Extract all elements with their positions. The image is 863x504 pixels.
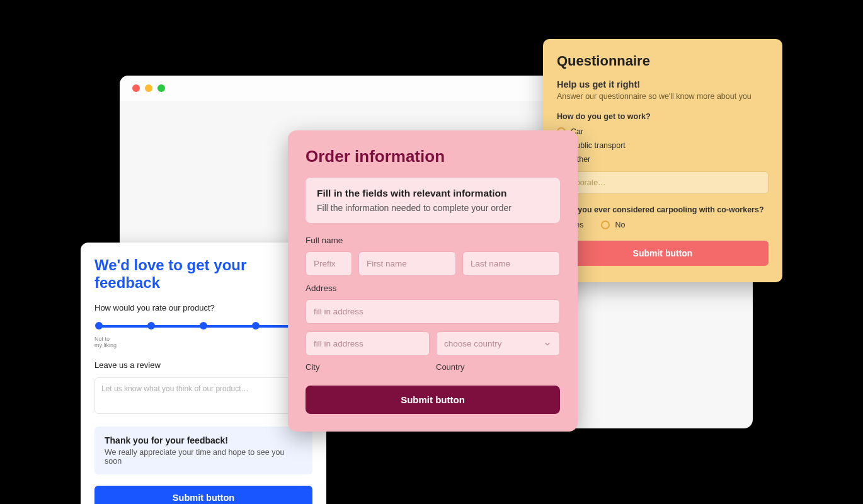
prefix-input[interactable] <box>306 251 352 276</box>
questionnaire-submit-button[interactable]: Submit button <box>557 241 769 266</box>
question-1-options: Car Public transport Other <box>557 127 769 164</box>
address-input[interactable] <box>306 299 560 324</box>
firstname-input[interactable] <box>358 251 456 276</box>
traffic-light-yellow[interactable] <box>145 84 152 92</box>
order-card: Order information Fill in the fields wit… <box>288 130 578 432</box>
questionnaire-subtitle: Help us get it right! <box>557 79 769 89</box>
question-2-label: Have you ever considered carpooling with… <box>557 205 769 214</box>
elaborate-input[interactable] <box>557 171 769 194</box>
country-sublabel: Country <box>436 362 560 372</box>
review-textarea[interactable] <box>94 377 312 414</box>
radio-icon <box>601 220 610 229</box>
option-public-transport[interactable]: Public transport <box>557 141 769 150</box>
city-input[interactable] <box>306 331 430 356</box>
order-info-subtitle: Fill the information needed to complete … <box>317 203 549 213</box>
option-car[interactable]: Car <box>557 127 769 136</box>
order-info-title: Fill in the fields with relevant informa… <box>317 188 549 199</box>
slider-low-caption: Not to my liking <box>94 336 123 349</box>
rating-slider[interactable] <box>94 320 312 333</box>
questionnaire-card: Questionnaire Help us get it right! Answ… <box>543 39 782 282</box>
thank-you-title: Thank you for your feedback! <box>105 435 302 445</box>
review-label: Leave us a review <box>94 360 312 370</box>
lastname-input[interactable] <box>462 251 560 276</box>
slider-dot[interactable] <box>95 322 103 329</box>
slider-dot[interactable] <box>200 322 207 329</box>
traffic-light-green[interactable] <box>157 84 165 92</box>
order-info-box: Fill in the fields with relevant informa… <box>306 178 560 223</box>
questionnaire-title: Questionnaire <box>557 53 769 69</box>
order-title: Order information <box>306 147 560 166</box>
rate-question-label: How would you rate our product? <box>94 303 312 312</box>
thank-you-subtitle: We really appreciate your time and hope … <box>105 448 302 466</box>
chevron-down-icon <box>543 340 552 348</box>
thank-you-box: Thank you for your feedback! We really a… <box>94 427 312 474</box>
option-no[interactable]: No <box>601 220 625 229</box>
option-label: Public transport <box>571 141 626 150</box>
feedback-submit-button[interactable]: Submit button <box>94 486 312 504</box>
country-select[interactable]: choose country <box>436 331 560 356</box>
option-other[interactable]: Other <box>557 155 769 164</box>
questionnaire-description: Answer our questionnaire so we'll know m… <box>557 92 769 101</box>
city-sublabel: City <box>306 362 430 372</box>
order-submit-button[interactable]: Submit button <box>306 386 560 414</box>
question-1-label: How do you get to work? <box>557 112 769 121</box>
traffic-light-red[interactable] <box>132 84 140 92</box>
feedback-title: We'd love to get your feedback <box>94 256 312 292</box>
slider-dot[interactable] <box>147 322 155 329</box>
address-label: Address <box>306 284 560 293</box>
country-select-placeholder: choose country <box>444 339 502 348</box>
slider-dot[interactable] <box>252 322 260 329</box>
question-2-options: Yes No <box>557 220 769 229</box>
option-label: No <box>615 220 625 229</box>
fullname-label: Full name <box>306 236 560 245</box>
